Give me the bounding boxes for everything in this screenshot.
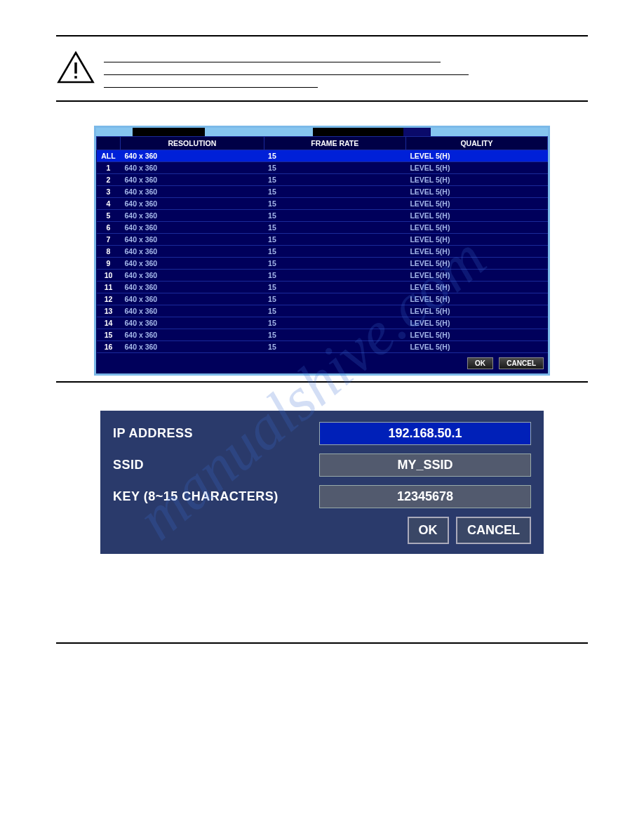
ok-button[interactable]: OK	[408, 517, 449, 544]
table-row[interactable]: 14640 x 36015LEVEL 5(H)	[97, 317, 548, 329]
resolution-cell[interactable]: 640 x 360	[121, 186, 264, 198]
resolution-cell[interactable]: 640 x 360	[121, 258, 264, 270]
resolution-cell[interactable]: 640 x 360	[121, 329, 264, 341]
frame-rate-cell[interactable]: 15	[264, 162, 405, 174]
quality-cell[interactable]: LEVEL 5(H)	[405, 174, 547, 186]
resolution-cell[interactable]: 640 x 360	[121, 174, 264, 186]
frame-rate-cell[interactable]: 15	[264, 174, 405, 186]
row-id: 7	[97, 234, 121, 246]
table-row[interactable]: 12640 x 36015LEVEL 5(H)	[97, 293, 548, 305]
frame-rate-cell[interactable]: 15	[264, 317, 405, 329]
resolution-cell[interactable]: 640 x 360	[121, 210, 264, 222]
table-row[interactable]: 15640 x 36015LEVEL 5(H)	[97, 329, 548, 341]
table-row[interactable]: 10640 x 36015LEVEL 5(H)	[97, 270, 548, 282]
horizontal-divider	[56, 381, 588, 383]
row-id: 13	[97, 305, 121, 317]
cancel-button[interactable]: CANCEL	[456, 517, 531, 544]
table-row[interactable]: 1640 x 36015LEVEL 5(H)	[97, 162, 548, 174]
resolution-cell[interactable]: 640 x 360	[121, 270, 264, 282]
row-id: 14	[97, 317, 121, 329]
row-id: 9	[97, 258, 121, 270]
row-id: 3	[97, 186, 121, 198]
quality-cell[interactable]: LEVEL 5(H)	[405, 150, 547, 162]
row-id: 2	[97, 174, 121, 186]
frame-rate-cell[interactable]: 15	[264, 198, 405, 210]
table-row[interactable]: 16640 x 36015LEVEL 5(H)	[97, 341, 548, 353]
resolution-cell[interactable]: 640 x 360	[121, 222, 264, 234]
resolution-cell[interactable]: 640 x 360	[121, 234, 264, 246]
resolution-cell[interactable]: 640 x 360	[121, 317, 264, 329]
warning-block	[56, 35, 588, 102]
dvr-settings-panel: RESOLUTION FRAME RATE QUALITY ALL640 x 3…	[94, 126, 550, 376]
quality-cell[interactable]: LEVEL 5(H)	[405, 305, 547, 317]
row-id: ALL	[97, 150, 121, 162]
frame-rate-cell[interactable]: 15	[264, 258, 405, 270]
frame-rate-cell[interactable]: 15	[264, 150, 405, 162]
quality-cell[interactable]: LEVEL 5(H)	[405, 282, 547, 293]
cancel-button[interactable]: CANCEL	[499, 357, 544, 369]
wifi-settings-panel: IP ADDRESS 192.168.50.1 SSID MY_SSID KEY…	[100, 411, 544, 554]
resolution-cell[interactable]: 640 x 360	[121, 305, 264, 317]
resolution-cell[interactable]: 640 x 360	[121, 293, 264, 305]
table-row[interactable]: 9640 x 36015LEVEL 5(H)	[97, 258, 548, 270]
resolution-cell[interactable]: 640 x 360	[121, 150, 264, 162]
frame-rate-cell[interactable]: 15	[264, 305, 405, 317]
quality-cell[interactable]: LEVEL 5(H)	[405, 258, 547, 270]
quality-cell[interactable]: LEVEL 5(H)	[405, 293, 547, 305]
table-row[interactable]: 5640 x 36015LEVEL 5(H)	[97, 210, 548, 222]
resolution-cell[interactable]: 640 x 360	[121, 198, 264, 210]
table-row[interactable]: ALL640 x 36015LEVEL 5(H)	[97, 150, 548, 162]
quality-cell[interactable]: LEVEL 5(H)	[405, 270, 547, 282]
ssid-field[interactable]: MY_SSID	[319, 454, 531, 477]
table-row[interactable]: 2640 x 36015LEVEL 5(H)	[97, 174, 548, 186]
quality-cell[interactable]: LEVEL 5(H)	[405, 162, 547, 174]
table-row[interactable]: 11640 x 36015LEVEL 5(H)	[97, 282, 548, 293]
quality-cell[interactable]: LEVEL 5(H)	[405, 341, 547, 353]
quality-cell[interactable]: LEVEL 5(H)	[405, 198, 547, 210]
frame-rate-cell[interactable]: 15	[264, 293, 405, 305]
quality-cell[interactable]: LEVEL 5(H)	[405, 234, 547, 246]
table-row[interactable]: 6640 x 36015LEVEL 5(H)	[97, 222, 548, 234]
frame-rate-cell[interactable]: 15	[264, 270, 405, 282]
resolution-cell[interactable]: 640 x 360	[121, 246, 264, 258]
ip-address-field[interactable]: 192.168.50.1	[319, 422, 531, 445]
row-id: 5	[97, 210, 121, 222]
resolution-cell[interactable]: 640 x 360	[121, 341, 264, 353]
col-header-resolution[interactable]: RESOLUTION	[121, 137, 264, 150]
frame-rate-cell[interactable]: 15	[264, 186, 405, 198]
frame-rate-cell[interactable]: 15	[264, 329, 405, 341]
ip-address-label: IP ADDRESS	[113, 426, 319, 441]
resolution-cell[interactable]: 640 x 360	[121, 282, 264, 293]
frame-rate-cell[interactable]: 15	[264, 341, 405, 353]
key-label: KEY (8~15 CHARACTERS)	[113, 489, 319, 504]
dvr-footer: OK CANCEL	[96, 353, 548, 373]
resolution-cell[interactable]: 640 x 360	[121, 162, 264, 174]
table-row[interactable]: 3640 x 36015LEVEL 5(H)	[97, 186, 548, 198]
frame-rate-cell[interactable]: 15	[264, 210, 405, 222]
frame-rate-cell[interactable]: 15	[264, 282, 405, 293]
quality-cell[interactable]: LEVEL 5(H)	[405, 210, 547, 222]
quality-cell[interactable]: LEVEL 5(H)	[405, 329, 547, 341]
table-row[interactable]: 7640 x 36015LEVEL 5(H)	[97, 234, 548, 246]
frame-rate-cell[interactable]: 15	[264, 246, 405, 258]
frame-rate-cell[interactable]: 15	[264, 222, 405, 234]
row-id: 12	[97, 293, 121, 305]
col-header-quality[interactable]: QUALITY	[405, 137, 547, 150]
table-row[interactable]: 8640 x 36015LEVEL 5(H)	[97, 246, 548, 258]
ssid-label: SSID	[113, 458, 319, 472]
row-id: 1	[97, 162, 121, 174]
table-row[interactable]: 13640 x 36015LEVEL 5(H)	[97, 305, 548, 317]
quality-cell[interactable]: LEVEL 5(H)	[405, 246, 547, 258]
quality-cell[interactable]: LEVEL 5(H)	[405, 222, 547, 234]
ok-button[interactable]: OK	[467, 357, 493, 369]
key-field[interactable]: 12345678	[319, 485, 531, 508]
table-row[interactable]: 4640 x 36015LEVEL 5(H)	[97, 198, 548, 210]
svg-rect-1	[74, 76, 77, 79]
quality-cell[interactable]: LEVEL 5(H)	[405, 186, 547, 198]
panel-top-strip	[96, 128, 548, 136]
quality-cell[interactable]: LEVEL 5(H)	[405, 317, 547, 329]
col-header-frame-rate[interactable]: FRAME RATE	[264, 137, 405, 150]
horizontal-divider	[56, 642, 588, 644]
row-id: 15	[97, 329, 121, 341]
frame-rate-cell[interactable]: 15	[264, 234, 405, 246]
